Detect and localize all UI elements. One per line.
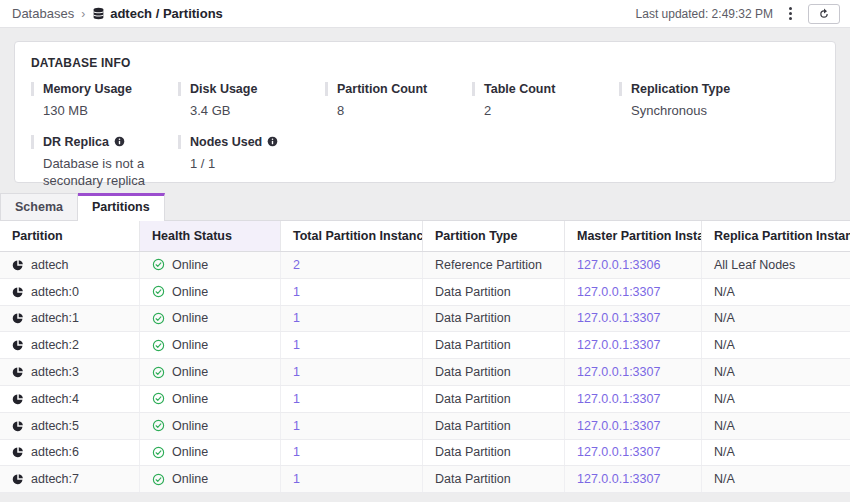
instances-link[interactable]: 1 <box>293 285 300 299</box>
replica-instance-cell: All Leaf Nodes <box>702 252 850 278</box>
breadcrumb-separator: › <box>81 7 85 21</box>
online-check-icon <box>152 446 165 459</box>
online-check-icon <box>152 366 165 379</box>
stat-label-row: Disk Usage <box>178 82 325 96</box>
master-instance-link[interactable]: 127.0.0.1:3307 <box>577 285 660 299</box>
replica-instance-cell: N/A <box>702 359 850 385</box>
table-row: adtech:2 Online 1 Data Partition <box>0 332 850 359</box>
partition-cell: adtech:5 <box>0 413 140 439</box>
instances-link[interactable]: 1 <box>293 419 300 433</box>
master-instance-cell: 127.0.0.1:3307 <box>565 440 702 466</box>
table-row: adtech:0 Online 1 Data Partition <box>0 279 850 306</box>
instances-link[interactable]: 1 <box>293 392 300 406</box>
tab-schema[interactable]: Schema <box>0 193 78 220</box>
partition-name: adtech:2 <box>31 338 79 352</box>
stat-label-row: Nodes Used <box>178 135 325 149</box>
replica-instance-cell: N/A <box>702 440 850 466</box>
stat-label: Disk Usage <box>190 82 257 96</box>
partition-cell: adtech:7 <box>0 466 140 492</box>
instances-link[interactable]: 1 <box>293 365 300 379</box>
refresh-icon <box>818 8 830 20</box>
master-instance-cell: 127.0.0.1:3307 <box>565 332 702 358</box>
breadcrumb-databases-link[interactable]: Databases <box>12 6 74 21</box>
stat-label: Table Count <box>484 82 555 96</box>
replica-instance-cell: N/A <box>702 306 850 332</box>
health-status-label: Online <box>172 365 208 379</box>
instances-link[interactable]: 1 <box>293 311 300 325</box>
stat-label: DR Replica <box>43 135 109 149</box>
column-header-partition-type[interactable]: Partition Type <box>423 221 565 251</box>
partition-type-cell: Data Partition <box>423 440 565 466</box>
column-header-master-instance[interactable]: Master Partition Instance ... <box>565 221 702 251</box>
stat: Nodes Used 1 / 1 <box>178 135 325 190</box>
instances-link[interactable]: 1 <box>293 472 300 486</box>
partition-pie-icon <box>12 339 24 351</box>
master-instance-cell: 127.0.0.1:3307 <box>565 306 702 332</box>
health-status-cell: Online <box>140 252 281 278</box>
stat-label-row: Replication Type <box>619 82 766 96</box>
health-status-label: Online <box>172 419 208 433</box>
partitions-table: Partition Health Status Total Partition … <box>0 220 850 493</box>
column-header-replica-instance[interactable]: Replica Partition Instance ... <box>702 221 850 251</box>
partition-cell: adtech:3 <box>0 359 140 385</box>
partition-type-cell: Data Partition <box>423 413 565 439</box>
online-check-icon <box>152 258 165 271</box>
instances-cell: 1 <box>281 413 423 439</box>
master-instance-link[interactable]: 127.0.0.1:3306 <box>577 258 660 272</box>
master-instance-link[interactable]: 127.0.0.1:3307 <box>577 311 660 325</box>
online-check-icon <box>152 419 165 432</box>
instances-cell: 1 <box>281 440 423 466</box>
table-row: adtech:6 Online 1 Data Partition <box>0 440 850 467</box>
column-header-health-status[interactable]: Health Status <box>140 221 281 251</box>
table-row: adtech:1 Online 1 Data Partition <box>0 306 850 333</box>
instances-link[interactable]: 1 <box>293 338 300 352</box>
master-instance-link[interactable]: 127.0.0.1:3307 <box>577 365 660 379</box>
table-row: adtech:7 Online 1 Data Partition <box>0 466 850 493</box>
partition-cell: adtech:2 <box>0 332 140 358</box>
stats-grid: Memory Usage 130 MB Disk Usage <box>31 82 819 190</box>
health-status-cell: Online <box>140 332 281 358</box>
partition-type-cell: Data Partition <box>423 359 565 385</box>
info-icon[interactable] <box>114 136 125 147</box>
kebab-menu-icon[interactable] <box>783 4 798 23</box>
health-status-label: Online <box>172 472 208 486</box>
health-status-cell: Online <box>140 306 281 332</box>
health-status-cell: Online <box>140 279 281 305</box>
table-row: adtech:3 Online 1 Data Partition <box>0 359 850 386</box>
partition-pie-icon <box>12 286 24 298</box>
stat: DR Replica Database is not a secondary r… <box>31 135 178 190</box>
master-instance-link[interactable]: 127.0.0.1:3307 <box>577 419 660 433</box>
instances-link[interactable]: 2 <box>293 258 300 272</box>
column-header-total-instances[interactable]: Total Partition Instances <box>281 221 423 251</box>
replica-instance-cell: N/A <box>702 466 850 492</box>
table-body: adtech Online 2 Reference Partition <box>0 252 850 493</box>
refresh-button[interactable] <box>808 4 840 24</box>
master-instance-link[interactable]: 127.0.0.1:3307 <box>577 338 660 352</box>
tab-partitions[interactable]: Partitions <box>78 193 165 221</box>
health-status-label: Online <box>172 311 208 325</box>
stat-value: 8 <box>325 102 471 120</box>
instances-cell: 1 <box>281 279 423 305</box>
instances-cell: 1 <box>281 306 423 332</box>
health-status-label: Online <box>172 285 208 299</box>
master-instance-cell: 127.0.0.1:3307 <box>565 413 702 439</box>
master-instance-link[interactable]: 127.0.0.1:3307 <box>577 472 660 486</box>
column-header-partition[interactable]: Partition <box>0 221 140 251</box>
partition-type-cell: Data Partition <box>423 386 565 412</box>
partition-pie-icon <box>12 393 24 405</box>
partition-name: adtech <box>31 258 69 272</box>
database-info-card: DATABASE INFO Memory Usage 130 MB <box>14 41 836 183</box>
database-icon <box>92 7 105 20</box>
master-instance-link[interactable]: 127.0.0.1:3307 <box>577 392 660 406</box>
master-instance-link[interactable]: 127.0.0.1:3307 <box>577 445 660 459</box>
master-instance-cell: 127.0.0.1:3307 <box>565 466 702 492</box>
stat-label-row: DR Replica <box>31 135 178 149</box>
replica-instance-cell: N/A <box>702 332 850 358</box>
online-check-icon <box>152 339 165 352</box>
stat: Replication Type Synchronous <box>619 82 766 120</box>
info-icon[interactable] <box>267 136 278 147</box>
partition-pie-icon <box>12 446 24 458</box>
stat-value: Database is not a secondary replica <box>31 155 177 190</box>
instances-link[interactable]: 1 <box>293 445 300 459</box>
replica-instance-cell: N/A <box>702 413 850 439</box>
